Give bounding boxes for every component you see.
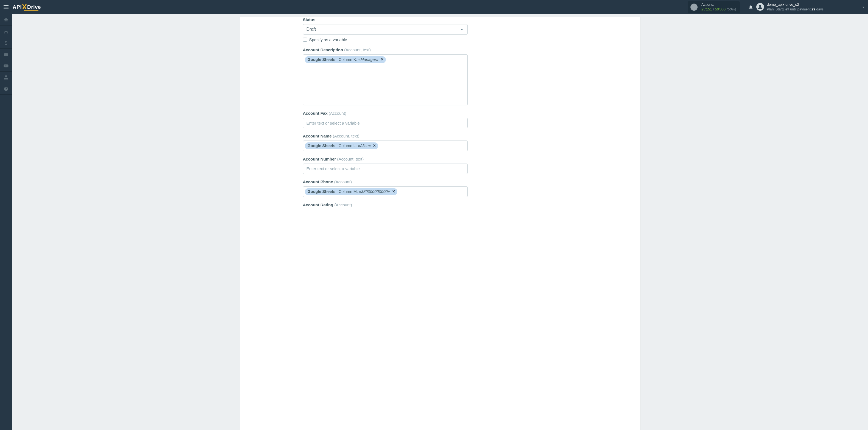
variable-tag[interactable]: Google Sheets | Column L: «Alice» ✕ bbox=[305, 143, 378, 149]
chevron-down-icon bbox=[861, 5, 866, 9]
hint-account-fax: (Account) bbox=[329, 111, 346, 116]
logo-underline bbox=[24, 10, 38, 11]
remove-tag-button[interactable]: ✕ bbox=[381, 57, 384, 62]
variable-tag[interactable]: Google Sheets | Column M: «380000000000»… bbox=[305, 188, 397, 195]
account-name-input[interactable]: Google Sheets | Column L: «Alice» ✕ bbox=[303, 141, 468, 151]
field-account-name: Account Name (Account, text) Google Shee… bbox=[303, 134, 468, 151]
account-number-input-wrapper bbox=[303, 163, 468, 174]
user-icon bbox=[758, 4, 763, 9]
label-account-phone: Account Phone bbox=[303, 180, 333, 184]
hint-account-rating: (Account) bbox=[335, 203, 352, 207]
account-phone-input[interactable]: Google Sheets | Column M: «380000000000»… bbox=[303, 186, 468, 197]
sidebar-item-video[interactable] bbox=[0, 60, 12, 72]
field-status: Status Draft Specify as a variable bbox=[303, 17, 468, 42]
svg-point-3 bbox=[694, 6, 694, 7]
hint-account-description: (Account, text) bbox=[344, 48, 371, 52]
user-name: demo_apix-drive_s2 bbox=[767, 2, 824, 7]
account-number-input[interactable] bbox=[307, 166, 464, 171]
user-icon bbox=[4, 75, 8, 80]
actions-percent: (50%) bbox=[727, 7, 736, 11]
sidebar-item-connections[interactable] bbox=[0, 26, 12, 37]
svg-rect-0 bbox=[4, 5, 8, 6]
top-bar: API X Drive Actions: 25'151 / 50'000 (50… bbox=[0, 0, 868, 14]
label-account-name: Account Name bbox=[303, 134, 332, 138]
hint-account-number: (Account, text) bbox=[337, 157, 364, 161]
chevron-down-icon bbox=[460, 27, 464, 32]
sidebar-item-home[interactable] bbox=[0, 14, 12, 26]
remove-tag-button[interactable]: ✕ bbox=[373, 144, 376, 148]
specify-as-variable-label: Specify as a variable bbox=[309, 37, 347, 42]
field-account-number: Account Number (Account, text) bbox=[303, 157, 468, 174]
info-icon bbox=[690, 4, 698, 11]
status-select[interactable]: Draft bbox=[303, 24, 468, 35]
user-plan-line: Plan |Start| left until payment 29 days bbox=[767, 7, 824, 11]
logo-x-icon: X bbox=[22, 3, 27, 10]
sidebar-item-briefcase[interactable] bbox=[0, 49, 12, 60]
account-fax-input[interactable] bbox=[307, 121, 464, 125]
label-account-number: Account Number bbox=[303, 157, 336, 161]
home-icon bbox=[4, 17, 8, 22]
notifications-button[interactable] bbox=[745, 0, 756, 14]
field-account-phone: Account Phone (Account) Google Sheets | … bbox=[303, 180, 468, 197]
actions-used: 25'151 bbox=[702, 7, 712, 11]
remove-tag-button[interactable]: ✕ bbox=[392, 189, 395, 194]
actions-total: 50'000 bbox=[715, 7, 725, 11]
youtube-icon bbox=[4, 63, 8, 68]
label-account-description: Account Description bbox=[303, 48, 343, 52]
sidebar-item-account[interactable] bbox=[0, 72, 12, 83]
svg-rect-4 bbox=[694, 7, 694, 8]
svg-rect-1 bbox=[4, 7, 8, 7]
logo[interactable]: API X Drive bbox=[12, 0, 41, 14]
hint-account-name: (Account, text) bbox=[333, 134, 360, 138]
field-account-rating: Account Rating (Account) bbox=[303, 203, 468, 207]
account-fax-input-wrapper bbox=[303, 118, 468, 128]
label-account-rating: Account Rating bbox=[303, 203, 334, 207]
logo-drive-text: Drive bbox=[27, 4, 41, 10]
label-status: Status bbox=[303, 17, 316, 22]
field-account-fax: Account Fax (Account) bbox=[303, 111, 468, 128]
left-sidebar bbox=[0, 14, 12, 430]
menu-toggle[interactable] bbox=[0, 0, 12, 14]
actions-badge[interactable]: Actions: 25'151 / 50'000 (50%) bbox=[688, 1, 740, 13]
svg-rect-2 bbox=[4, 8, 8, 9]
bell-icon bbox=[748, 4, 753, 10]
hint-account-phone: (Account) bbox=[334, 180, 352, 184]
hamburger-icon bbox=[4, 5, 8, 9]
user-menu[interactable]: demo_apix-drive_s2 Plan |Start| left unt… bbox=[756, 2, 826, 11]
avatar bbox=[756, 3, 764, 11]
help-icon bbox=[4, 87, 8, 91]
label-account-fax: Account Fax bbox=[303, 111, 328, 116]
sidebar-item-billing[interactable] bbox=[0, 37, 12, 49]
field-account-description: Account Description (Account, text) Goog… bbox=[303, 48, 468, 105]
status-value: Draft bbox=[307, 27, 316, 32]
briefcase-icon bbox=[4, 52, 8, 57]
dollar-icon bbox=[4, 40, 8, 45]
actions-label: Actions: bbox=[702, 2, 736, 7]
sidebar-item-help[interactable] bbox=[0, 83, 12, 95]
sitemap-icon bbox=[4, 29, 8, 34]
specify-as-variable-checkbox[interactable] bbox=[303, 38, 307, 42]
header-expand-button[interactable] bbox=[859, 0, 868, 14]
account-description-input[interactable]: Google Sheets | Column K: «Manager» ✕ bbox=[303, 54, 468, 105]
main-area: Status Draft Specify as a variable bbox=[12, 14, 868, 430]
logo-api-text: API bbox=[12, 4, 22, 10]
variable-tag[interactable]: Google Sheets | Column K: «Manager» ✕ bbox=[305, 56, 386, 63]
